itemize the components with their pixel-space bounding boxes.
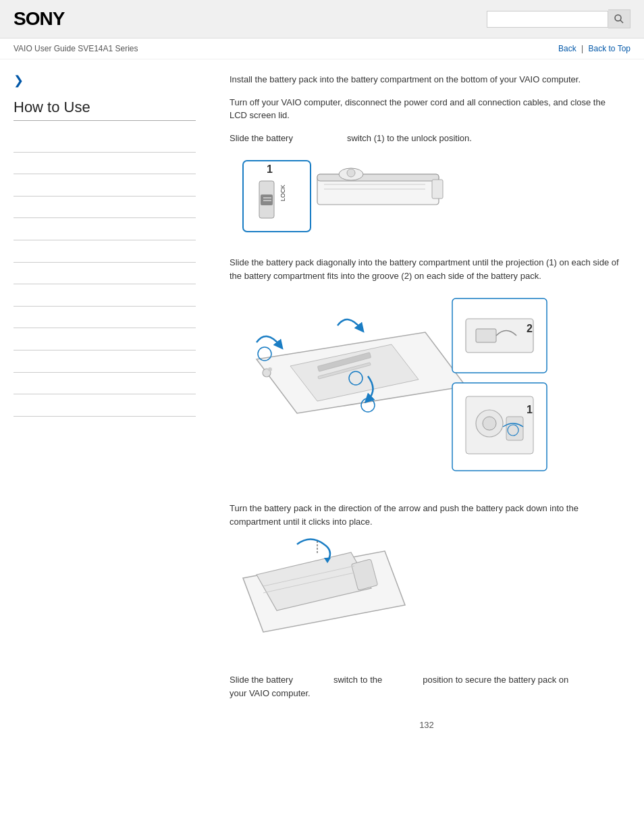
svg-text:2: 2 [527,323,533,334]
step3-text: Slide the battery pack diagonally into t… [230,256,624,282]
step5-gap2 [382,673,423,687]
nav-bar: VAIO User Guide SVE14A1 Series Back | Ba… [0,38,644,59]
sidebar-link-3[interactable] [14,174,196,197]
step4-text: Turn the battery pack in the direction o… [230,502,624,528]
step5-text: Slide the battery switch to the position… [230,673,624,700]
back-to-top-link[interactable]: Back to Top [589,44,630,53]
sidebar-chevron-icon: ❯ [14,73,196,88]
sidebar: ❯ How to Use [0,59,209,757]
page-number: 132 [230,720,624,730]
step5-gap1 [293,673,333,687]
sidebar-link-7[interactable] [14,263,196,285]
sidebar-link-2[interactable] [14,153,196,175]
sidebar-link-5[interactable] [14,218,196,240]
content-area: ❯ How to Use Install the battery pack in… [0,59,644,757]
svg-text:1: 1 [267,163,273,175]
section-title: How to Use [14,99,196,121]
svg-rect-33 [506,417,523,440]
sidebar-link-11[interactable] [14,350,196,373]
sidebar-link-8[interactable] [14,284,196,307]
step2b-gap [293,132,347,145]
illustration-3 [230,538,624,661]
svg-rect-6 [261,194,273,205]
back-link[interactable]: Back [558,44,576,53]
svg-text:LOCK: LOCK [279,184,286,201]
svg-rect-27 [476,329,496,342]
sony-logo: SONY [14,8,64,30]
nav-separator: | [581,44,583,53]
svg-line-1 [620,20,623,23]
svg-point-21 [268,367,272,371]
sidebar-link-13[interactable] [14,394,196,417]
sidebar-link-10[interactable] [14,328,196,350]
sidebar-link-6[interactable] [14,240,196,263]
step1-text: Install the battery pack into the batter… [230,73,624,86]
svg-rect-13 [432,180,443,199]
svg-point-0 [615,15,621,21]
search-button[interactable] [608,9,630,28]
battery-switch-svg: 1 LOCK [230,154,459,242]
svg-rect-2 [243,161,311,232]
main-content: Install the battery pack into the batter… [209,59,644,757]
nav-links: Back | Back to Top [558,44,630,53]
sidebar-link-1[interactable] [14,130,196,153]
header: SONY [0,0,644,38]
sidebar-link-4[interactable] [14,197,196,219]
battery-push-svg [230,538,432,659]
sidebar-link-9[interactable] [14,307,196,329]
svg-point-32 [483,417,496,430]
battery-insert-svg: 2 1 [230,292,567,488]
sidebar-link-12[interactable] [14,373,196,395]
step2b-text: Slide the battery switch (1) to the unlo… [230,132,624,145]
search-icon [614,14,624,24]
step2a-text: Turn off your VAIO computer, disconnect … [230,96,624,122]
search-input[interactable] [487,11,608,28]
illustration-1: 1 LOCK [230,154,624,244]
svg-rect-10 [317,174,439,181]
svg-point-12 [347,169,355,177]
header-search-area [487,9,630,28]
breadcrumb: VAIO User Guide SVE14A1 Series [14,44,138,53]
svg-text:1: 1 [527,404,533,415]
illustration-2: 2 1 [230,292,624,490]
